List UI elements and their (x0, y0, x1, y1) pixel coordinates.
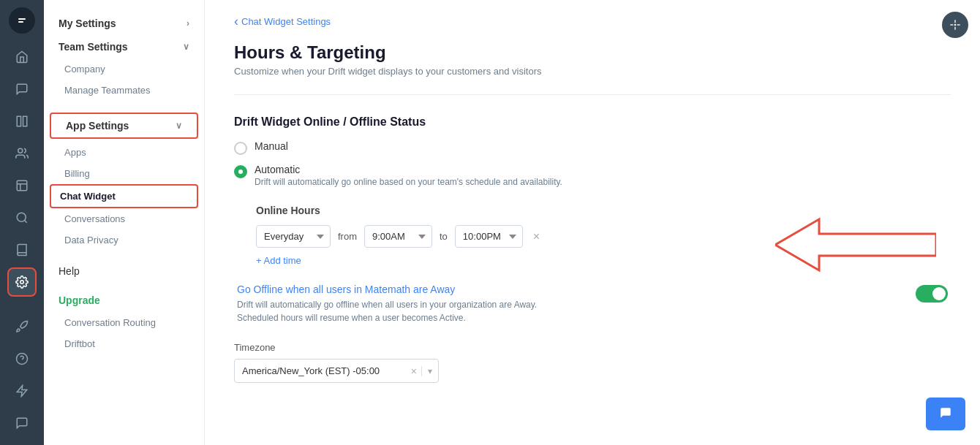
from-time-select[interactable]: 9:00AM 8:00AM 10:00AM (364, 225, 432, 248)
sidebar-item-driftbot[interactable]: Driftbot (44, 333, 204, 354)
radio-manual-circle (234, 142, 247, 155)
main-content: Chat Widget Settings Hours & Targeting C… (205, 0, 980, 445)
svg-point-3 (18, 148, 23, 153)
day-select[interactable]: Everyday Weekdays Weekends (256, 225, 331, 248)
add-time-link[interactable]: + Add time (256, 255, 951, 266)
my-settings-nav[interactable]: My Settings › (44, 12, 204, 35)
timezone-dropdown-icon[interactable]: ▾ (421, 366, 438, 376)
section-status-title: Drift Widget Online / Offline Status (234, 115, 951, 129)
svg-rect-2 (23, 116, 27, 126)
sidebar: My Settings › Team Settings ∨ Company Ma… (44, 0, 205, 445)
svg-rect-1 (17, 116, 20, 126)
offline-title: Go Offline when all users in Matemath ar… (237, 284, 901, 295)
offline-desc-line2: Scheduled hours will resume when a user … (237, 311, 901, 324)
bolt-icon[interactable] (7, 376, 37, 406)
team-settings-chevron: ∨ (183, 42, 189, 52)
upgrade-label[interactable]: Upgrade (44, 289, 204, 312)
book-icon[interactable] (7, 107, 37, 136)
radio-automatic-desc: Drift will automatically go online based… (255, 177, 562, 187)
remove-hours-button[interactable]: × (530, 229, 543, 245)
offline-org: Matemath (365, 284, 410, 295)
offline-toggle[interactable] (916, 285, 948, 303)
page-title: Hours & Targeting (234, 42, 951, 63)
svg-marker-10 (17, 386, 27, 397)
message-bottom-icon[interactable] (7, 408, 37, 438)
hours-row: Everyday Weekdays Weekends from 9:00AM 8… (256, 225, 951, 248)
back-link[interactable]: Chat Widget Settings (234, 15, 951, 28)
chat-icon[interactable] (7, 75, 37, 104)
my-settings-chevron: › (186, 18, 189, 28)
chat-support-button[interactable] (926, 398, 965, 430)
reports-icon[interactable] (7, 171, 37, 200)
offline-toggle-row: Go Offline when all users in Matemath ar… (234, 284, 951, 324)
timezone-clear-icon[interactable]: × (407, 365, 421, 377)
radio-automatic-circle (234, 165, 247, 178)
knowledge-icon[interactable] (7, 235, 37, 265)
team-settings-nav[interactable]: Team Settings ∨ (44, 35, 204, 58)
offline-text: Go Offline when all users in Matemath ar… (237, 284, 916, 324)
svg-line-6 (24, 220, 26, 222)
timezone-input[interactable] (235, 360, 407, 382)
from-label: from (338, 231, 357, 242)
radio-automatic-label: Automatic (255, 164, 562, 175)
help-circle-icon[interactable] (942, 12, 968, 38)
sidebar-item-conversations[interactable]: Conversations (44, 208, 204, 229)
help-label: Help (44, 259, 204, 283)
radio-group-status: Manual Automatic Drift will automaticall… (234, 140, 951, 187)
svg-point-5 (17, 213, 26, 221)
to-time-select[interactable]: 10:00PM 9:00PM 11:00PM (455, 225, 523, 248)
app-settings-chevron: ∨ (176, 121, 182, 131)
radio-manual[interactable]: Manual (234, 140, 951, 155)
sidebar-item-conversation-routing[interactable]: Conversation Routing (44, 312, 204, 333)
to-label: to (440, 231, 448, 242)
rocket-icon[interactable] (7, 312, 37, 341)
svg-rect-4 (17, 180, 27, 191)
app-logo[interactable] (9, 7, 35, 34)
svg-point-11 (954, 24, 955, 25)
svg-point-0 (15, 14, 29, 27)
online-hours-section: Online Hours Everyday Weekdays Weekends … (234, 205, 951, 266)
radio-manual-label: Manual (255, 140, 288, 152)
search-icon[interactable] (7, 203, 37, 232)
timezone-label: Timezone (234, 342, 951, 353)
radio-automatic[interactable]: Automatic Drift will automatically go on… (234, 164, 951, 187)
sidebar-item-apps[interactable]: Apps (44, 142, 204, 163)
settings-icon[interactable] (7, 267, 37, 297)
timezone-select-wrapper: × ▾ (234, 359, 439, 383)
page-subtitle: Customize when your Drift widget display… (234, 66, 951, 77)
contacts-icon[interactable] (7, 139, 37, 168)
sidebar-item-data-privacy[interactable]: Data Privacy (44, 229, 204, 251)
icon-rail (0, 0, 44, 445)
help-bottom-icon[interactable] (7, 344, 37, 373)
divider (234, 94, 951, 95)
sidebar-item-billing[interactable]: Billing (44, 163, 204, 184)
svg-point-7 (20, 281, 24, 284)
timezone-section: Timezone × ▾ (234, 342, 951, 383)
online-hours-title: Online Hours (256, 205, 951, 216)
sidebar-item-company[interactable]: Company (44, 58, 204, 80)
top-right-help (942, 12, 968, 38)
offline-desc-line1: Drift will automatically go offline when… (237, 298, 901, 311)
app-settings-nav[interactable]: App Settings ∨ (50, 113, 198, 139)
sidebar-item-manage-teammates[interactable]: Manage Teammates (44, 80, 204, 101)
sidebar-item-chat-widget[interactable]: Chat Widget (50, 184, 198, 208)
home-icon[interactable] (7, 42, 37, 72)
